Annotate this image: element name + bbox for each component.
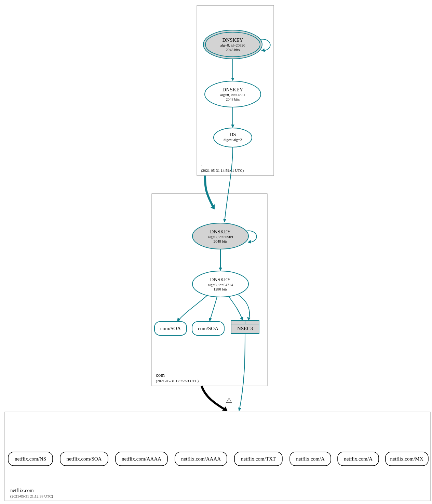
edge-nsec3-to-netflix bbox=[239, 334, 245, 411]
svg-marker-14 bbox=[231, 125, 234, 128]
com-soa1-node: com/SOA bbox=[154, 322, 187, 335]
svg-text:DNSKEY: DNSKEY bbox=[210, 229, 231, 234]
svg-text:alg=8, id=20326: alg=8, id=20326 bbox=[220, 43, 245, 47]
warning-icon: ⚠ bbox=[226, 397, 232, 404]
netflix-aaaa2-node: netflix.com/AAAA bbox=[175, 452, 227, 466]
com-zsk-node: DNSKEY alg=8, id=54714 1280 bits bbox=[192, 271, 248, 297]
svg-text:netflix.com/MX: netflix.com/MX bbox=[390, 456, 423, 462]
svg-text:alg=8, id=14631: alg=8, id=14631 bbox=[220, 93, 245, 97]
edge-com-zsk-nsec3 bbox=[228, 296, 243, 320]
netflix-mx-node: netflix.com/MX bbox=[386, 452, 428, 466]
com-zone-timestamp: (2021-05-31 17:25:53 UTC) bbox=[156, 379, 199, 383]
svg-marker-21 bbox=[248, 240, 251, 244]
root-ksk-node: DNSKEY alg=8, id=20326 2048 bits bbox=[203, 30, 262, 59]
edge-com-zsk-soa1 bbox=[178, 295, 208, 321]
svg-text:com/SOA: com/SOA bbox=[198, 326, 218, 331]
edge-com-zsk-soa2 bbox=[210, 297, 217, 321]
com-nsec3-node: NSEC3 bbox=[231, 321, 259, 334]
netflix-zone-timestamp: (2021-05-31 21:12:38 UTC) bbox=[10, 494, 53, 499]
svg-text:netflix.com/A: netflix.com/A bbox=[296, 456, 325, 462]
root-zone-label: . bbox=[201, 162, 202, 167]
svg-text:netflix.com/AAAA: netflix.com/AAAA bbox=[181, 456, 221, 462]
svg-text:com/SOA: com/SOA bbox=[160, 326, 181, 331]
svg-text:2048 bits: 2048 bits bbox=[214, 239, 228, 243]
svg-marker-5 bbox=[261, 48, 265, 52]
netflix-txt-node: netflix.com/TXT bbox=[234, 452, 282, 466]
svg-marker-38 bbox=[247, 317, 251, 321]
netflix-a1-node: netflix.com/A bbox=[290, 452, 331, 466]
edge-root-to-com-deleg bbox=[205, 176, 213, 207]
svg-text:DS: DS bbox=[229, 132, 236, 137]
svg-text:alg=8, id=54714: alg=8, id=54714 bbox=[208, 283, 233, 287]
netflix-a2-node: netflix.com/A bbox=[338, 452, 379, 466]
netflix-aaaa1-node: netflix.com/AAAA bbox=[116, 452, 167, 466]
root-ds-node: DS digest alg=2 bbox=[214, 128, 252, 147]
svg-text:netflix.com/AAAA: netflix.com/AAAA bbox=[122, 456, 161, 462]
svg-marker-10 bbox=[231, 78, 234, 81]
svg-text:1280 bits: 1280 bits bbox=[214, 287, 228, 291]
dnssec-graph: . (2021-05-31 14:59:01 UTC) DNSKEY alg=8… bbox=[0, 0, 432, 504]
svg-text:netflix.com/NS: netflix.com/NS bbox=[15, 456, 46, 462]
svg-text:netflix.com/TXT: netflix.com/TXT bbox=[241, 456, 276, 462]
svg-text:NSEC3: NSEC3 bbox=[237, 326, 253, 331]
netflix-ns-node: netflix.com/NS bbox=[8, 452, 53, 466]
edge-com-to-netflix-deleg bbox=[202, 386, 226, 410]
svg-text:2048 bits: 2048 bits bbox=[226, 48, 240, 52]
svg-marker-40 bbox=[238, 408, 241, 411]
svg-marker-16 bbox=[223, 219, 226, 222]
svg-marker-36 bbox=[209, 318, 212, 322]
svg-text:netflix.com/A: netflix.com/A bbox=[344, 456, 373, 462]
svg-text:DNSKEY: DNSKEY bbox=[222, 37, 243, 43]
root-zsk-node: DNSKEY alg=8, id=14631 2048 bits bbox=[205, 81, 261, 107]
svg-text:2048 bits: 2048 bits bbox=[226, 97, 240, 101]
root-zone-timestamp: (2021-05-31 14:59:01 UTC) bbox=[201, 168, 244, 173]
svg-text:DNSKEY: DNSKEY bbox=[210, 277, 231, 282]
edge-ds-to-com-ksk bbox=[225, 147, 233, 222]
svg-text:netflix.com/SOA: netflix.com/SOA bbox=[67, 456, 102, 462]
svg-text:DNSKEY: DNSKEY bbox=[222, 87, 243, 92]
svg-text:alg=8, id=30909: alg=8, id=30909 bbox=[208, 235, 233, 239]
svg-text:digest alg=2: digest alg=2 bbox=[224, 138, 242, 142]
svg-marker-26 bbox=[219, 268, 222, 271]
com-soa2-node: com/SOA bbox=[192, 322, 224, 335]
edge-com-zsk-nsec3-2 bbox=[238, 294, 249, 320]
com-zone-label: com bbox=[156, 372, 165, 378]
netflix-zone-label: netflix.com bbox=[10, 488, 34, 493]
netflix-soa-node: netflix.com/SOA bbox=[60, 452, 108, 466]
com-ksk-node: DNSKEY alg=8, id=30909 2048 bits bbox=[192, 223, 248, 249]
